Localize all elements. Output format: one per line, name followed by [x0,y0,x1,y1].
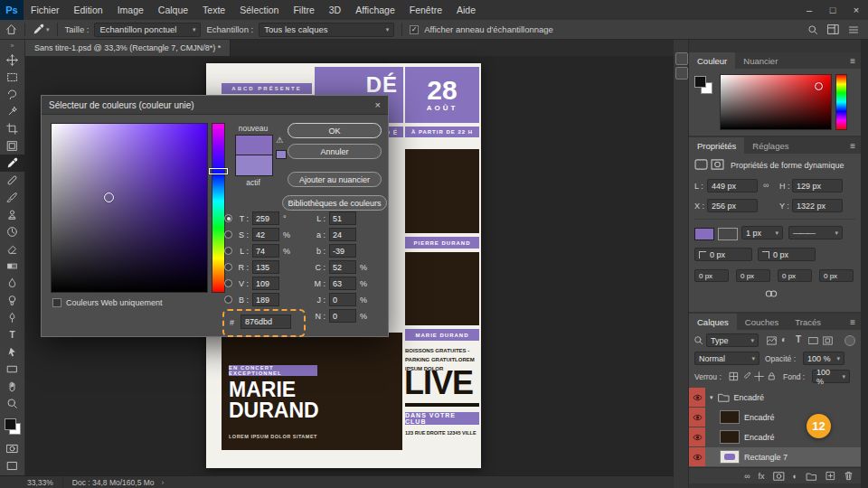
lock-pixels-icon[interactable] [741,371,751,381]
maximize-button[interactable]: □ [821,0,844,20]
black-field[interactable]: 0 [329,309,356,323]
layer-visibility-toggle[interactable] [689,408,705,427]
yellow-field[interactable]: 0 [329,293,356,306]
tool-hand[interactable] [0,378,25,395]
saturation-field[interactable]: 42 [252,228,279,241]
panel-color-marker[interactable] [815,82,823,90]
layer-visibility-toggle[interactable] [689,388,705,407]
tool-rectangle-shape[interactable] [0,361,25,378]
gamut-warning-icon[interactable]: ⚠ [276,136,283,145]
group-expand-icon[interactable]: ▾ [710,394,713,401]
link-layers-icon[interactable]: ∞ [744,472,750,481]
stroke-style-dropdown[interactable]: ——— ▾ [788,226,843,239]
tool-eyedropper[interactable] [0,155,25,172]
new-layer-icon[interactable] [826,471,835,481]
filter-toggle[interactable] [844,335,855,346]
tab-traces[interactable]: Tracés [787,314,829,330]
foreground-background-swatches[interactable] [5,418,21,435]
tab-proprietes[interactable]: Propriétés [689,137,744,154]
tool-dodge[interactable] [0,292,25,309]
tool-healing-brush[interactable] [0,172,25,189]
filter-type-icon[interactable]: T [796,334,801,344]
color-field-marker[interactable] [104,192,114,202]
tab-nuancier[interactable]: Nuancier [735,52,786,69]
stroke-color-swatch[interactable] [718,228,738,240]
current-color-swatch[interactable] [235,155,273,176]
dialog-title-bar[interactable]: Sélecteur de couleurs (couleur unie) × [42,96,388,115]
color-field[interactable] [51,123,208,293]
magenta-field[interactable]: 63 [329,277,356,290]
opacity-dropdown[interactable]: 100 % ▾ [803,352,844,365]
panel-list-icon[interactable] [848,24,859,35]
add-mask-icon[interactable] [773,472,785,481]
lock-transparency-icon[interactable] [729,371,739,381]
quick-mask-icon[interactable] [0,440,25,457]
radio-hue[interactable] [224,214,232,222]
search-icon[interactable] [807,24,818,35]
radio-blue[interactable] [224,296,232,304]
panel-menu-icon[interactable]: ≡ [844,137,861,154]
fill-dropdown[interactable]: 100 % ▾ [812,370,850,383]
menu-filtre[interactable]: Filtre [286,0,321,20]
x-field[interactable]: 256 px [707,199,758,212]
tool-type[interactable]: T [0,326,25,343]
radio-saturation[interactable] [224,230,232,239]
panel-color-field[interactable] [720,74,832,130]
hue-slider[interactable] [212,123,225,293]
layer-row[interactable]: Encadré [689,427,861,446]
ok-button[interactable]: OK [288,123,382,138]
tool-history-brush[interactable] [0,223,25,240]
menu-texte[interactable]: Texte [195,0,232,20]
color-libraries-button[interactable]: Bibliothèques de couleurs [282,195,387,211]
dialog-close-icon[interactable]: × [375,99,381,110]
filter-adjustment-icon[interactable]: ◐ [781,334,787,344]
foreground-color-swatch[interactable] [5,418,16,430]
gamut-swatch[interactable] [276,150,287,159]
workspace-icon[interactable] [827,23,839,35]
new-adjustment-icon[interactable]: ◐ [793,472,797,481]
toolbar-collapse-icon[interactable]: » [11,40,14,52]
tool-blur[interactable] [0,275,25,292]
menu-selection[interactable]: Sélection [232,0,286,20]
tab-calques[interactable]: Calques [689,314,737,330]
fill-color-swatch[interactable] [694,228,714,240]
cancel-button[interactable]: Annuler [288,144,382,159]
tool-brush[interactable] [0,189,25,206]
filter-shape-icon[interactable] [808,336,818,345]
blend-mode-dropdown[interactable]: Normal ▾ [694,352,760,365]
radio-red[interactable] [224,263,232,271]
panel-menu-icon[interactable]: ≡ [844,52,861,69]
tool-crop[interactable] [0,120,25,137]
menu-affichage[interactable]: Affichage [348,0,402,20]
tool-gradient[interactable] [0,258,25,275]
filter-smart-object-icon[interactable] [823,336,833,345]
link-dimensions-icon[interactable]: ∞ [763,181,769,190]
tool-pen[interactable] [0,309,25,326]
tool-frame[interactable] [0,137,25,155]
shape-layer-thumbnail[interactable] [720,450,740,464]
corner-radius-mini-field[interactable]: 0 px [819,269,854,282]
tool-eraser[interactable] [0,240,25,258]
corner-radius-mini-field[interactable]: 0 px [694,269,729,282]
status-chevron-icon[interactable]: › [162,478,165,487]
home-icon[interactable] [5,23,17,35]
menu-fichier[interactable]: Fichier [24,0,67,20]
layer-thumbnail[interactable] [720,430,740,444]
tool-clone-stamp[interactable] [0,206,25,223]
lock-position-icon[interactable] [754,371,764,381]
y-field[interactable]: 1322 px [792,199,843,212]
tab-couches[interactable]: Couches [737,314,788,330]
layer-visibility-toggle[interactable] [689,427,705,446]
corner-radius-field[interactable]: 0 px [694,248,752,261]
screen-mode-icon[interactable] [0,457,25,474]
layer-filter-dropdown[interactable]: Type ▾ [706,333,759,347]
hex-field[interactable]: 876dbd [241,314,291,329]
taille-dropdown[interactable]: Echantillon ponctuel ▾ [94,23,201,37]
lab-b-field[interactable]: -39 [329,244,356,258]
panel-menu-icon[interactable]: ≡ [844,314,861,330]
menu-image[interactable]: Image [110,0,151,20]
menu-fenetre[interactable]: Fenêtre [402,0,449,20]
layer-row-group[interactable]: ▾ Encadré [689,388,861,407]
menu-3d[interactable]: 3D [322,0,348,20]
menu-aide[interactable]: Aide [449,0,483,20]
